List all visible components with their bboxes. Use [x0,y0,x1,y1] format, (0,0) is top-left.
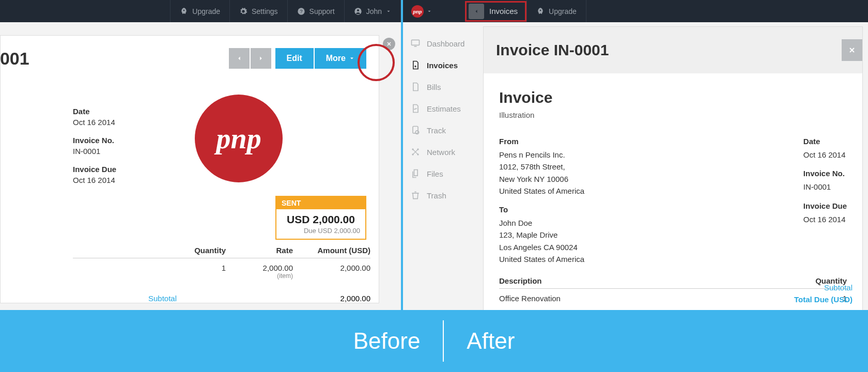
sidebar-item-label: Files [427,169,443,178]
topbar-after: pnp Invoices Upgrade [403,0,868,22]
support-button[interactable]: ? Support [287,0,344,22]
invoice-no-value: IN-0001 [73,147,116,156]
chevron-right-icon [257,55,265,62]
before-label: Before [353,328,421,354]
network-icon [410,147,421,157]
sidebar-item-label: Trash [427,191,446,200]
doc-subheading: Illustration [499,111,847,119]
to-label: To [499,205,654,214]
invoice-no-label: Invoice No. [73,136,116,145]
user-menu[interactable]: John [344,0,401,22]
upgrade-label: Upgrade [192,7,220,16]
doc-heading: Invoice [499,89,847,106]
next-button[interactable] [251,48,271,69]
track-icon [410,125,421,135]
sidebar-item-label: Track [427,126,446,135]
invoice-due-label: Invoice Due [73,165,116,174]
table-row: 1 2,000.00 (item) 2,000.00 [73,258,370,285]
date-label: Date [803,137,847,146]
brand-menu[interactable]: pnp [403,0,440,22]
settings-button[interactable]: Settings [229,0,287,22]
chevron-down-icon [427,9,432,14]
status-badge: SENT [276,197,365,209]
after-label: After [467,328,515,354]
bill-icon [410,82,421,92]
close-icon [386,41,392,47]
sidebar-item-trash[interactable]: Trash [403,184,483,206]
sidebar-item-label: Bills [427,83,441,91]
cell-amount: 2,000.00 [293,264,370,280]
invoice-no-value: IN-0001 [803,181,847,193]
chevron-left-icon [473,8,479,14]
sidebar-item-label: Dashboard [427,39,464,48]
chevron-left-icon [236,55,243,62]
chevron-down-icon [386,7,391,16]
invoice-meta: Date Oct 16 2014 Invoice No. IN-0001 Inv… [73,89,116,184]
col-rate: Rate [226,246,293,255]
more-button[interactable]: More [315,48,366,69]
user-icon [354,7,362,16]
amount-box: SENT USD 2,000.00 Due USD 2,000.00 [275,196,366,240]
invoice-card: 0001 Edit More [0,35,379,303]
doc-title: Invoice IN-0001 [496,41,609,59]
rocket-icon [536,7,545,16]
sidebar-item-invoices[interactable]: Invoices [403,54,483,76]
trash-icon [410,190,421,200]
chevron-down-icon [349,55,355,61]
cell-qty: 1 [159,264,226,280]
more-label: More [326,54,346,63]
subtotal-value: 2,000.00 [293,294,370,303]
col-quantity: Quantity [159,246,226,255]
back-highlight: Invoices [465,1,526,22]
sidebar-item-label: Estimates [427,104,461,113]
subtotal-label: Subtotal [148,294,293,303]
from-label: From [499,137,654,146]
brand-logo: pnp [411,5,424,18]
upgrade-button[interactable]: Upgrade [526,0,586,22]
cell-rate-note: (item) [226,272,293,280]
edit-button[interactable]: Edit [275,48,314,69]
col-amount: Amount (USD) [293,246,370,255]
close-button[interactable] [383,38,395,50]
invoice-no-label: Invoice No. [803,169,847,178]
amount-main: USD 2,000.00 [276,209,365,226]
settings-label: Settings [252,7,278,16]
subtotal-label: Subtotal [794,283,853,292]
sidebar-item-label: Invoices [427,61,458,70]
date-label: Date [73,107,116,116]
cell-rate: 2,000.00 [226,264,293,272]
col-description: Description [499,276,785,285]
sidebar-item-estimates[interactable]: Estimates [403,98,483,119]
rocket-icon [180,7,188,16]
svg-rect-4 [412,40,420,45]
line-items-table: Quantity Rate Amount (USD) 1 2,000.00 (i… [1,246,379,285]
sidebar-item-bills[interactable]: Bills [403,76,483,98]
sidebar-item-files[interactable]: Files [403,163,483,184]
prev-button[interactable] [229,48,250,69]
sidebar-item-track[interactable]: Track [403,119,483,141]
invoice-number-title: 0001 [0,49,29,69]
svg-text:?: ? [300,9,302,14]
help-icon: ? [297,7,305,16]
upgrade-button[interactable]: Upgrade [170,0,229,22]
gear-icon [239,7,247,16]
invoice-due-value: Oct 16 2014 [73,176,116,184]
sidebar-item-network[interactable]: Network [403,141,483,163]
edit-label: Edit [287,54,302,63]
dashboard-icon [410,38,421,49]
topbar-before: Upgrade Settings ? Support John [0,0,401,22]
date-value: Oct 16 2014 [73,118,116,127]
files-icon [410,168,421,179]
invoice-due-value: Oct 16 2014 [803,213,847,225]
estimate-icon [410,103,421,114]
subtotal-row: Subtotal 2,000.00 [1,285,379,303]
sidebar-item-dashboard[interactable]: Dashboard [403,33,483,54]
upgrade-label: Upgrade [549,7,577,16]
back-button[interactable] [469,4,484,19]
banner-separator [443,320,444,362]
totals-block: Subtotal Total Due (USD) [794,280,853,304]
back-label[interactable]: Invoices [489,7,518,16]
sidebar-item-label: Network [427,148,455,157]
user-name: John [366,7,382,16]
close-button[interactable] [842,39,862,61]
